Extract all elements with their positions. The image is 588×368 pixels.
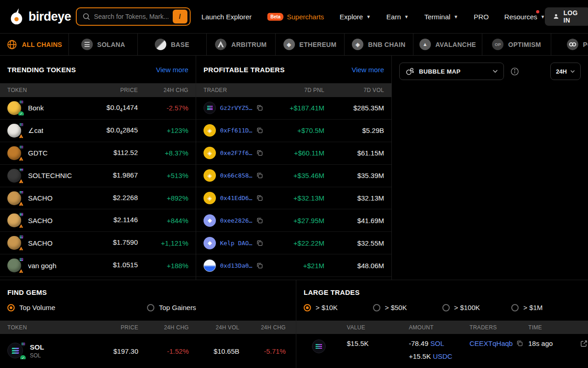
table-row[interactable]: 0x41EdD6… +$32.13M $32.13M: [196, 187, 391, 210]
radio-gt-50k[interactable]: > $50K: [373, 304, 442, 311]
trader-address[interactable]: 0xe2F7f6…: [220, 150, 252, 156]
trader-address[interactable]: 0xd13Da0…: [220, 262, 252, 269]
birdeye-logo[interactable]: birdeye: [7, 8, 71, 25]
copy-icon[interactable]: [256, 127, 263, 134]
token-icon: [7, 146, 22, 161]
token-symbol-link[interactable]: SOL: [430, 339, 444, 347]
tab-arbitrum[interactable]: ARBITRUM: [207, 34, 276, 55]
table-row[interactable]: Bonk $0.041474 -2.57%: [0, 97, 196, 120]
table-row[interactable]: SACHO $2.2268 +892%: [0, 187, 196, 210]
table-row[interactable]: 0x66c858… +$35.46M $35.39M: [196, 165, 391, 187]
external-link-icon[interactable]: [580, 339, 588, 349]
table-row[interactable]: SACHO $2.1146 +844%: [0, 209, 196, 232]
nav-pro[interactable]: PRO: [474, 13, 489, 21]
table-row[interactable]: van gogh $1.0515 +188%: [0, 254, 196, 277]
col-value: VALUE: [347, 324, 409, 331]
copy-icon[interactable]: [256, 150, 263, 156]
table-row[interactable]: ∠cat $0.042845 +123%: [0, 120, 196, 142]
base-icon: [155, 39, 166, 50]
col-change: 24H CHG: [138, 87, 188, 93]
copy-icon[interactable]: [256, 195, 263, 201]
login-button[interactable]: LOG IN: [545, 7, 588, 26]
tab-base[interactable]: BASE: [138, 34, 207, 55]
bubble-map-label: BUBBLE MAP: [419, 68, 488, 75]
token-name: SOLTECHNIC: [28, 172, 72, 179]
token-name: SACHO: [28, 194, 52, 202]
bnb-chain-icon: ◈: [352, 39, 363, 50]
table-row[interactable]: SACHO $1.7590 +1,121%: [0, 232, 196, 254]
radio-unselected-icon: [511, 304, 519, 311]
table-row[interactable]: 0xee2826… +$27.95M $41.69M: [196, 209, 391, 232]
table-row[interactable]: SOL SOL $197.30 -1.52% $10.65B -5.71%: [0, 334, 296, 368]
timeframe-select[interactable]: 24H: [550, 63, 581, 80]
search-bar[interactable]: /: [76, 7, 191, 26]
table-row[interactable]: Gz2rVYZ5… +$187.41M $285.35M: [196, 97, 391, 120]
trader-address[interactable]: 0x66c858…: [220, 172, 252, 179]
token-icon: [7, 101, 22, 115]
copy-icon[interactable]: [256, 217, 263, 224]
bubble-map-select[interactable]: BUBBLE MAP: [399, 63, 504, 80]
tab-optimism[interactable]: OP OPTIMISM: [482, 34, 551, 55]
info-icon[interactable]: [510, 67, 519, 76]
nav-resources-menu[interactable]: Resources▼: [504, 13, 545, 21]
trader-address[interactable]: Kelp DAO…: [220, 240, 252, 247]
col-amount: AMOUNT: [409, 324, 469, 331]
nav-explore-menu[interactable]: Explore▼: [339, 13, 371, 21]
large-trades-panel: LARGE TRADES > $10K > $50K > $100K > $1M…: [296, 280, 588, 368]
tab-all-chains[interactable]: ALL CHAINS: [0, 34, 69, 55]
token-price: $112.52: [90, 149, 138, 158]
copy-icon[interactable]: [516, 340, 523, 347]
tab-ethereum[interactable]: ◆ ETHEREUM: [276, 34, 345, 55]
tab-solana[interactable]: SOLANA: [69, 34, 138, 55]
token-icon: [7, 191, 22, 206]
radio-top-gainers[interactable]: Top Gainers: [147, 304, 287, 311]
bubble-map-canvas[interactable]: [392, 87, 588, 280]
nav-launch-explorer[interactable]: Launch Explorer: [202, 13, 252, 21]
trader-address[interactable]: 0xee2826…: [220, 217, 252, 224]
table-row[interactable]: 0xd13Da0… +$21M $48.06M: [196, 254, 391, 277]
nav-terminal-menu[interactable]: Terminal▼: [424, 13, 458, 21]
solana-chain-badge-icon: [18, 146, 24, 150]
table-row[interactable]: $15.5K -78.49 SOL +15.5K USDC CEEXTqHaqb…: [296, 334, 588, 368]
tab-avalanche[interactable]: ▲ AVALANCHE: [413, 34, 482, 55]
trader-address[interactable]: 0xFf611D…: [220, 127, 252, 134]
radio-top-volume[interactable]: Top Volume: [7, 304, 147, 311]
trader-pnl: +$32.13M: [269, 194, 324, 202]
ethereum-chain-icon: [204, 214, 216, 227]
table-row[interactable]: SOLTECHNIC $1.9867 +513%: [0, 165, 196, 187]
token-change: +1,121%: [138, 239, 188, 247]
copy-icon[interactable]: [256, 104, 263, 111]
table-row[interactable]: 0xFf611D… +$70.5M $5.29B: [196, 120, 391, 142]
token-icon: [7, 123, 22, 138]
trader-address[interactable]: Gz2rVYZ5…: [220, 104, 252, 111]
search-input[interactable]: [94, 13, 169, 20]
col-trader: TRADER: [204, 87, 269, 93]
radio-gt-10k[interactable]: > $10K: [304, 304, 373, 311]
table-row[interactable]: Kelp DAO… +$22.22M $32.55M: [196, 232, 391, 254]
trader-address[interactable]: CEEXTqHaqb: [469, 339, 513, 347]
radio-gt-1m[interactable]: > $1M: [511, 304, 581, 311]
table-row[interactable]: 0xe2F7f6… +$60.11M $61.15M: [196, 142, 391, 165]
tab-polygon[interactable]: PO: [551, 34, 588, 55]
radio-gt-100k[interactable]: > $100K: [442, 304, 512, 311]
trending-tokens-panel: TRENDING TOKENS View more TOKEN PRICE 24…: [0, 56, 196, 280]
token-icon: [7, 258, 22, 273]
copy-icon[interactable]: [256, 172, 263, 179]
trending-view-more-link[interactable]: View more: [156, 66, 188, 74]
copy-icon[interactable]: [256, 240, 263, 247]
tab-bnb-chain[interactable]: ◈ BNB CHAIN: [345, 34, 413, 55]
traders-view-more-link[interactable]: View more: [351, 66, 384, 74]
token-change: -2.57%: [138, 104, 188, 112]
token-icon: [7, 343, 24, 359]
ethereum-chain-icon: [204, 237, 216, 249]
nav-supercharts[interactable]: Beta Supercharts: [267, 13, 324, 21]
nav-earn-menu[interactable]: Earn▼: [386, 13, 409, 21]
table-row[interactable]: GDTC $112.52 +8.37%: [0, 142, 196, 165]
token-price: $1.9867: [90, 171, 138, 180]
traders-table-header: TRADER 7D PNL 7D VOL: [196, 83, 391, 97]
token-symbol-link[interactable]: USDC: [433, 352, 452, 360]
chevron-down-icon: [570, 70, 575, 73]
copy-icon[interactable]: [256, 262, 263, 269]
trader-address[interactable]: 0x41EdD6…: [220, 195, 252, 201]
bubble-map-panel: BUBBLE MAP 24H: [392, 56, 588, 280]
